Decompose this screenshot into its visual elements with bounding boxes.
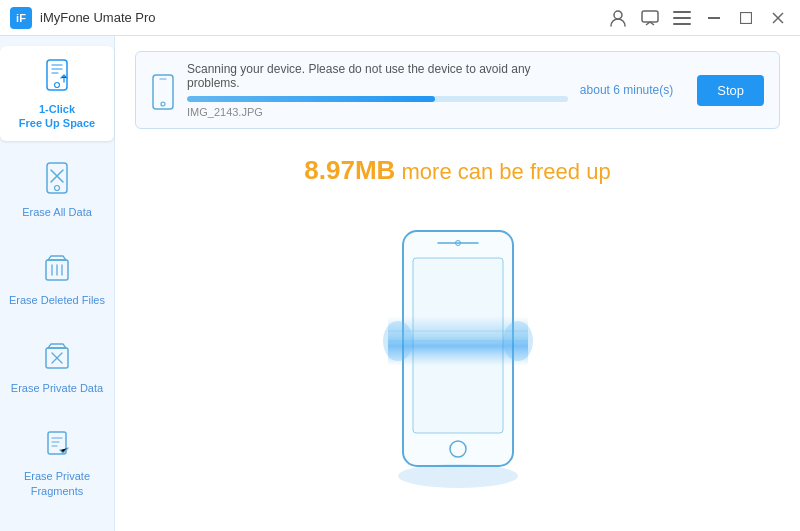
title-bar: iF iMyFone Umate Pro — [0, 0, 800, 36]
freed-up-text: 8.97MB more can be freed up — [304, 155, 610, 186]
freed-text: more can be freed up — [395, 159, 610, 184]
chat-icon[interactable] — [638, 6, 662, 30]
maximize-button[interactable] — [734, 6, 758, 30]
sidebar-item-erase-private-data-label: Erase Private Data — [11, 381, 103, 395]
minimize-button[interactable] — [702, 6, 726, 30]
app-title: iMyFone Umate Pro — [40, 10, 606, 25]
svg-point-33 — [383, 321, 413, 361]
close-button[interactable] — [766, 6, 790, 30]
erase-private-data-icon — [37, 335, 77, 375]
main-content: 8.97MB more can be freed up — [135, 134, 780, 516]
sidebar-item-free-up-space[interactable]: 1-ClickFree Up Space — [0, 46, 114, 141]
svg-rect-2 — [673, 11, 691, 13]
profile-icon[interactable] — [606, 6, 630, 30]
svg-rect-3 — [673, 17, 691, 19]
sidebar-item-erase-private-data[interactable]: Erase Private Data — [0, 325, 114, 405]
erase-private-fragments-icon — [37, 423, 77, 463]
erase-all-data-icon — [37, 159, 77, 199]
freed-amount: 8.97MB — [304, 155, 395, 185]
menu-icon[interactable] — [670, 6, 694, 30]
progress-bar-track — [187, 96, 568, 102]
svg-point-24 — [398, 464, 518, 488]
window-controls — [606, 6, 790, 30]
svg-rect-11 — [47, 163, 67, 193]
sidebar: 1-ClickFree Up Space Erase All Data — [0, 36, 115, 531]
erase-deleted-files-icon — [37, 247, 77, 287]
phone-illustration — [358, 216, 558, 496]
svg-rect-21 — [153, 75, 173, 109]
app-logo: iF — [10, 7, 32, 29]
svg-rect-1 — [642, 11, 658, 22]
svg-point-34 — [503, 321, 533, 361]
sidebar-item-erase-private-fragments[interactable]: Erase Private Fragments — [0, 413, 114, 508]
scanning-info: Scanning your device. Please do not use … — [187, 62, 568, 118]
main-layout: 1-ClickFree Up Space Erase All Data — [0, 36, 800, 531]
sidebar-item-erase-deleted-files[interactable]: Erase Deleted Files — [0, 237, 114, 317]
sidebar-item-erase-all-data[interactable]: Erase All Data — [0, 149, 114, 229]
stop-button[interactable]: Stop — [697, 75, 764, 106]
svg-point-10 — [55, 83, 60, 88]
svg-point-22 — [161, 102, 165, 106]
sidebar-item-erase-all-data-label: Erase All Data — [22, 205, 92, 219]
sidebar-item-erase-private-fragments-label: Erase Private Fragments — [5, 469, 109, 498]
phone-svg — [358, 216, 558, 496]
svg-point-0 — [614, 11, 622, 19]
phone-small-icon — [151, 74, 175, 106]
scanning-bar: Scanning your device. Please do not use … — [135, 51, 780, 129]
svg-rect-6 — [741, 12, 752, 23]
scanning-message: Scanning your device. Please do not use … — [187, 62, 568, 90]
free-up-space-icon — [37, 56, 77, 96]
svg-rect-4 — [673, 23, 691, 25]
content-area: Scanning your device. Please do not use … — [115, 36, 800, 531]
scanning-filename: IMG_2143.JPG — [187, 106, 568, 118]
svg-point-12 — [55, 185, 60, 190]
sidebar-item-erase-deleted-files-label: Erase Deleted Files — [9, 293, 105, 307]
sidebar-item-free-up-space-label: 1-ClickFree Up Space — [19, 102, 95, 131]
scanning-time: about 6 minute(s) — [580, 83, 673, 97]
svg-rect-5 — [708, 17, 720, 19]
progress-bar-fill — [187, 96, 435, 102]
